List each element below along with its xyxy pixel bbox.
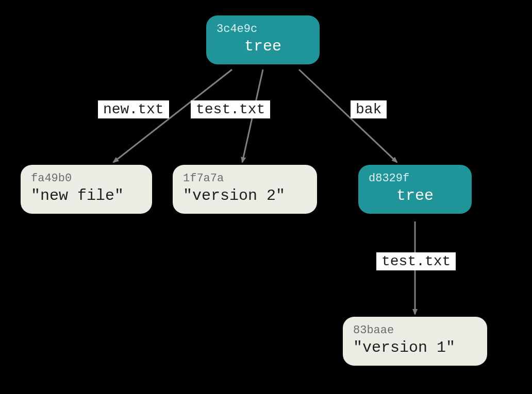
node-blob-version1: 83baae "version 1" xyxy=(343,317,487,366)
node-root-tree: 3c4e9c tree xyxy=(206,15,320,64)
node-hash: d8329f xyxy=(369,172,461,185)
edge-label-new-txt: new.txt xyxy=(98,100,169,118)
node-hash: 3c4e9c xyxy=(217,23,309,36)
node-hash: 1f7a7a xyxy=(183,172,307,185)
node-label: "new file" xyxy=(31,187,142,204)
node-hash: fa49b0 xyxy=(31,172,142,185)
node-label: tree xyxy=(369,187,461,204)
node-label: "version 1" xyxy=(353,339,477,356)
edge-label-test-txt: test.txt xyxy=(191,100,270,118)
edge-label-bak: bak xyxy=(351,100,387,118)
node-label: "version 2" xyxy=(183,187,307,204)
node-label: tree xyxy=(217,38,309,55)
node-blob-version2: 1f7a7a "version 2" xyxy=(173,165,317,214)
git-object-diagram: 3c4e9c tree fa49b0 "new file" 1f7a7a "ve… xyxy=(0,0,532,394)
node-blob-new-file: fa49b0 "new file" xyxy=(21,165,152,214)
edge-label-bak-test-txt: test.txt xyxy=(376,252,456,270)
node-bak-tree: d8329f tree xyxy=(358,165,472,214)
node-hash: 83baae xyxy=(353,324,477,337)
